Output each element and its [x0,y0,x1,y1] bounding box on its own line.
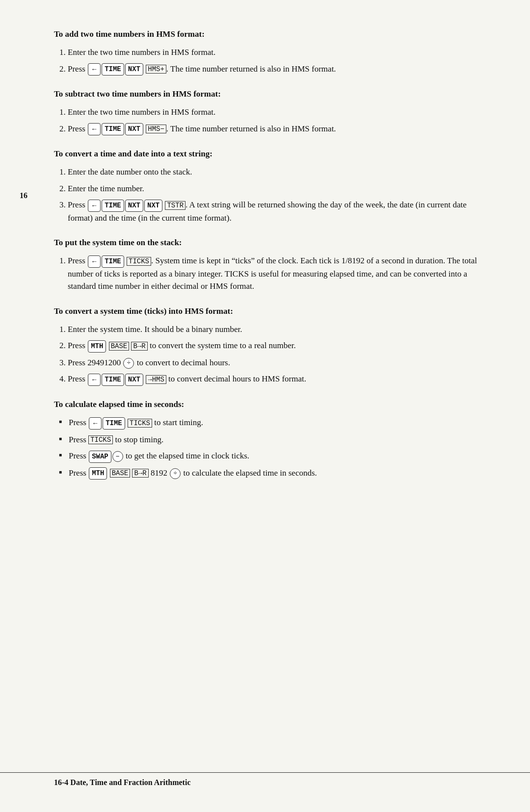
section-add-hms: To add two time numbers in HMS format: E… [54,29,491,76]
section-convert-text: To convert a time and date into a text s… [54,149,491,224]
section-subtract-hms-title: To subtract two time numbers in HMS form… [54,89,491,99]
ticks-label: TICKS [128,419,152,428]
section-convert-ticks-list: Enter the system time. It should be a bi… [54,323,491,386]
list-item: Press ←TIMENXT →HMS to convert decimal h… [68,373,491,386]
section-convert-ticks: To convert a system time (ticks) into HM… [54,306,491,386]
section-add-hms-title: To add two time numbers in HMS format: [54,29,491,39]
section-subtract-hms: To subtract two time numbers in HMS form… [54,89,491,135]
list-item: Press ←TIMENXT HMS−. The time number ret… [68,123,491,136]
section-add-hms-list: Enter the two time numbers in HMS format… [54,46,491,76]
section-convert-text-list: Enter the date number onto the stack. En… [54,166,491,224]
left-arrow-key: ← [88,374,101,386]
left-arrow-key: ← [88,63,101,76]
list-item: Enter the time number. [68,182,491,195]
section-convert-ticks-title: To convert a system time (ticks) into HM… [54,306,491,316]
bullet-item: Press MTH BASE B→R 8192 ÷ to calculate t… [59,467,491,480]
section-elapsed-time-list: Press ←TIME TICKS to start timing. Press… [54,416,491,480]
list-item: Enter the system time. It should be a bi… [68,323,491,336]
tohms-label: →HMS [146,375,166,384]
base-label2: BASE [110,469,131,478]
list-item: Enter the two time numbers in HMS format… [68,46,491,59]
time-key: TIME [102,200,124,212]
section-elapsed-time: To calculate elapsed time in seconds: Pr… [54,400,491,480]
ticks-label2: TICKS [88,435,113,444]
divide-btn2: ÷ [170,468,181,479]
hms-minus-label: HMS− [146,125,166,133]
list-item: Enter the two time numbers in HMS format… [68,106,491,119]
section-system-time: To put the system time on the stack: Pre… [54,238,491,293]
nxt-key: NXT [125,374,143,386]
left-arrow-key: ← [89,417,102,430]
list-item: Enter the date number onto the stack. [68,166,491,178]
minus-btn: − [112,451,123,462]
hms-plus-label: HMS+ [146,65,166,74]
left-arrow-key: ← [88,123,101,135]
nxt-key: NXT [125,123,143,135]
section-elapsed-time-title: To calculate elapsed time in seconds: [54,400,491,409]
footer-text: 16-4 Date, Time and Fraction Arithmetic [54,778,190,787]
left-arrow-key: ← [88,255,101,268]
btor-label: B→R [131,342,147,351]
time-key: TIME [102,123,124,135]
tstr-label: TSTR [165,201,186,210]
list-item: Press ←TIME TICKS. System time is kept i… [68,254,491,293]
nxt-key: NXT [125,63,143,76]
mth-key: MTH [88,340,106,353]
list-item: Press MTH BASE B→R to convert the system… [68,339,491,353]
time-key: TIME [103,417,125,430]
mth-key2: MTH [89,467,107,480]
base-label: BASE [109,342,130,351]
section-system-time-title: To put the system time on the stack: [54,238,491,248]
divide-btn: ÷ [123,358,134,369]
time-key: TIME [102,374,124,386]
time-key: TIME [102,255,124,268]
bullet-item: Press ←TIME TICKS to start timing. [59,416,491,430]
nxt-key-2: NXT [144,200,162,212]
time-key: TIME [102,63,124,76]
section-system-time-list: Press ←TIME TICKS. System time is kept i… [54,254,491,293]
list-item: Press 29491200 ÷ to convert to decimal h… [68,356,491,369]
left-arrow-key: ← [88,200,101,212]
ticks-label: TICKS [127,257,151,266]
section-convert-text-title: To convert a time and date into a text s… [54,149,491,159]
bullet-item: Press SWAP− to get the elapsed time in c… [59,450,491,463]
swap-key: SWAP [89,451,111,463]
nxt-key-1: NXT [125,200,143,212]
list-item: Press ←TIMENXT HMS+. The time number ret… [68,63,491,76]
list-item: Press ←TIMENXTNXT TSTR. A text string wi… [68,199,491,224]
page-footer: 16-4 Date, Time and Fraction Arithmetic [0,772,530,787]
btor-label2: B→R [132,469,148,478]
page-number: 16 [20,191,27,200]
section-subtract-hms-list: Enter the two time numbers in HMS format… [54,106,491,135]
bullet-item: Press TICKS to stop timing. [59,433,491,446]
